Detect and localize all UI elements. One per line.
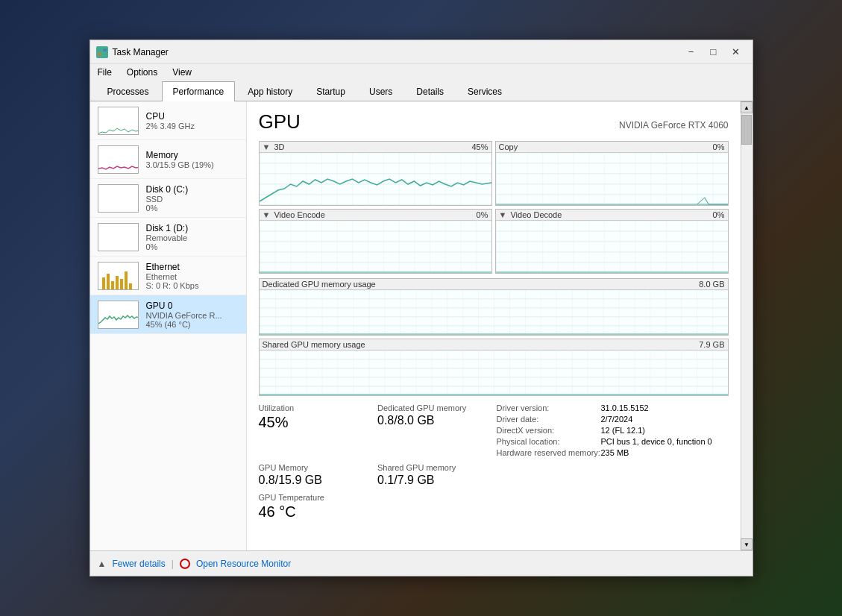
memory-mini-chart bbox=[98, 145, 139, 174]
stats-grid: Utilization 45% Dedicated GPU memory 0.8… bbox=[259, 403, 729, 521]
chart-3d-body bbox=[260, 153, 491, 205]
tab-app-history[interactable]: App history bbox=[236, 81, 304, 101]
disk1-label: Disk 1 (D:) bbox=[146, 223, 239, 233]
info-row-driver-date: Driver date: 2/7/2024 bbox=[497, 415, 729, 424]
tab-users[interactable]: Users bbox=[358, 81, 403, 101]
sidebar-item-cpu[interactable]: CPU 2% 3.49 GHz bbox=[90, 101, 246, 140]
driver-date-key: Driver date: bbox=[497, 415, 601, 424]
menu-view[interactable]: View bbox=[169, 66, 195, 79]
minimize-button[interactable]: − bbox=[681, 44, 702, 60]
fewer-details-link[interactable]: Fewer details bbox=[112, 559, 165, 569]
svg-rect-7 bbox=[98, 224, 139, 251]
utilization-value: 45% bbox=[259, 414, 372, 431]
scroll-up-button[interactable]: ▲ bbox=[741, 101, 753, 113]
shared-mem-body bbox=[260, 351, 728, 395]
disk1-mini-chart bbox=[98, 223, 139, 251]
scrollbar[interactable]: ▲ ▼ bbox=[741, 101, 753, 550]
disk1-info: Disk 1 (D:) Removable 0% bbox=[146, 223, 239, 251]
tab-processes[interactable]: Processes bbox=[96, 81, 160, 101]
chart-3d-value: 45% bbox=[471, 142, 488, 151]
tab-performance[interactable]: Performance bbox=[162, 81, 236, 101]
svg-rect-1 bbox=[103, 48, 107, 51]
ethernet-info: Ethernet Ethernet S: 0 R: 0 Kbps bbox=[146, 262, 239, 290]
dedicated-mem-stat-label: Dedicated GPU memory bbox=[377, 403, 491, 412]
svg-rect-4 bbox=[98, 107, 139, 135]
sidebar-item-memory[interactable]: Memory 3.0/15.9 GB (19%) bbox=[90, 140, 246, 179]
chart-copy-header: Copy 0% bbox=[496, 142, 728, 153]
svg-rect-21 bbox=[260, 290, 728, 335]
disk0-label: Disk 0 (C:) bbox=[146, 184, 239, 195]
svg-rect-3 bbox=[103, 53, 107, 56]
svg-rect-15 bbox=[129, 283, 132, 289]
ethernet-label: Ethernet bbox=[146, 262, 239, 272]
stat-gpu-memory: GPU Memory 0.8/15.9 GB bbox=[259, 463, 372, 487]
open-resource-monitor-icon bbox=[180, 559, 190, 569]
chart-copy-value: 0% bbox=[713, 142, 725, 151]
memory-info: Memory 3.0/15.9 GB (19%) bbox=[146, 150, 239, 169]
svg-rect-9 bbox=[102, 277, 105, 289]
chart-encode-header: ▼ Video Encode 0% bbox=[260, 210, 491, 221]
gpu-header: GPU NVIDIA GeForce RTX 4060 bbox=[259, 110, 729, 133]
chart-decode-label: ▼ Video Decode bbox=[499, 210, 562, 219]
separator: | bbox=[172, 559, 174, 569]
cpu-label: CPU bbox=[146, 111, 239, 122]
tab-startup[interactable]: Startup bbox=[305, 81, 356, 101]
cpu-info: CPU 2% 3.49 GHz bbox=[146, 111, 239, 131]
shared-mem-header: Shared GPU memory usage 7.9 GB bbox=[260, 339, 728, 351]
content-area: CPU 2% 3.49 GHz Memory 3.0/15.9 GB (19%) bbox=[90, 101, 753, 550]
task-manager-window: Task Manager − □ ✕ File Options View Pro… bbox=[89, 40, 753, 576]
chart-encode-value: 0% bbox=[477, 210, 488, 219]
stat-gpu-temp: GPU Temperature 46 °C bbox=[259, 493, 372, 521]
disk1-sub2: 0% bbox=[146, 242, 239, 251]
hw-reserved-val: 235 MB bbox=[601, 448, 629, 457]
scroll-thumb[interactable] bbox=[741, 115, 752, 145]
scroll-down-button[interactable]: ▼ bbox=[741, 538, 753, 550]
chart-3d-header: ▼ 3D 45% bbox=[260, 142, 491, 153]
disk1-sub1: Removable bbox=[146, 233, 239, 242]
svg-rect-17 bbox=[260, 153, 491, 205]
utilization-label: Utilization bbox=[259, 403, 372, 412]
maximize-button[interactable]: □ bbox=[703, 44, 724, 60]
chart-copy-body bbox=[496, 153, 728, 205]
svg-rect-16 bbox=[98, 301, 139, 329]
menu-file[interactable]: File bbox=[95, 66, 115, 79]
shared-mem-label: Shared GPU memory usage bbox=[263, 340, 365, 349]
svg-rect-6 bbox=[98, 185, 139, 213]
chart-3d: ▼ 3D 45% bbox=[259, 141, 492, 206]
chart-decode: ▼ Video Decode 0% bbox=[495, 209, 729, 274]
gpu0-sub2: 45% (46 °C) bbox=[146, 320, 239, 329]
tab-services[interactable]: Services bbox=[456, 81, 513, 101]
svg-rect-10 bbox=[107, 274, 110, 289]
shared-mem-stat-value: 0.1/7.9 GB bbox=[377, 474, 491, 487]
sidebar-item-disk0[interactable]: Disk 0 (C:) SSD 0% bbox=[90, 179, 246, 218]
main-panel: GPU NVIDIA GeForce RTX 4060 ▼ 3D 45% bbox=[247, 101, 741, 550]
sidebar-item-disk1[interactable]: Disk 1 (D:) Removable 0% bbox=[90, 218, 246, 257]
sidebar-item-ethernet[interactable]: Ethernet Ethernet S: 0 R: 0 Kbps bbox=[90, 257, 246, 295]
cpu-mini-chart bbox=[98, 107, 139, 135]
tabs-bar: Processes Performance App history Startu… bbox=[90, 81, 753, 101]
svg-rect-14 bbox=[125, 271, 128, 289]
driver-version-key: Driver version: bbox=[497, 403, 601, 412]
disk0-mini-chart bbox=[98, 184, 139, 213]
svg-rect-12 bbox=[116, 276, 119, 289]
dedicated-mem-max: 8.0 GB bbox=[699, 280, 724, 289]
info-row-physical-loc: Physical location: PCI bus 1, device 0, … bbox=[497, 437, 729, 446]
fewer-details-icon: ▲ bbox=[98, 559, 107, 569]
open-resource-monitor-link[interactable]: Open Resource Monitor bbox=[196, 559, 291, 569]
info-row-directx: DirectX version: 12 (FL 12.1) bbox=[497, 426, 729, 435]
menu-options[interactable]: Options bbox=[124, 66, 160, 79]
disk0-sub1: SSD bbox=[146, 195, 239, 204]
driver-info: Driver version: 31.0.15.5152 Driver date… bbox=[497, 403, 729, 457]
chart-encode-body bbox=[260, 221, 491, 273]
tab-details[interactable]: Details bbox=[405, 81, 455, 101]
close-button[interactable]: ✕ bbox=[726, 44, 747, 60]
scroll-track[interactable] bbox=[741, 113, 753, 538]
directx-key: DirectX version: bbox=[497, 426, 601, 435]
dedicated-mem-body bbox=[260, 290, 728, 335]
sidebar-item-gpu0[interactable]: GPU 0 NVIDIA GeForce R... 45% (46 °C) bbox=[90, 295, 246, 334]
chart-encode-label: ▼ Video Encode bbox=[263, 210, 325, 219]
gpu-temp-label: GPU Temperature bbox=[259, 493, 372, 502]
title-bar: Task Manager − □ ✕ bbox=[90, 40, 753, 64]
svg-rect-11 bbox=[111, 281, 114, 289]
info-row-driver-version: Driver version: 31.0.15.5152 bbox=[497, 403, 729, 412]
